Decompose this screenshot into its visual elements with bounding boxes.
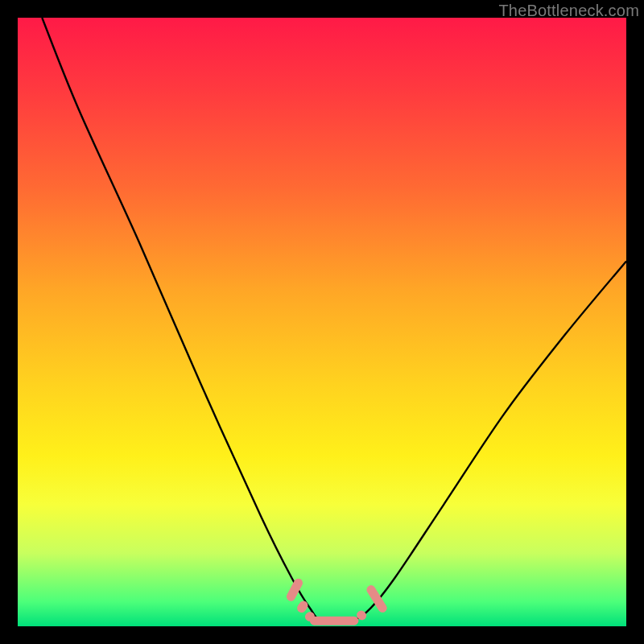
- valley-marker: [295, 599, 310, 614]
- plot-area: [18, 18, 626, 626]
- chart-stage: TheBottleneck.com: [0, 0, 644, 644]
- valley-marker-group: [285, 577, 389, 625]
- curve-layer: [18, 18, 626, 626]
- valley-marker: [310, 617, 358, 625]
- valley-marker: [285, 577, 304, 603]
- bottleneck-curve-path: [42, 18, 626, 621]
